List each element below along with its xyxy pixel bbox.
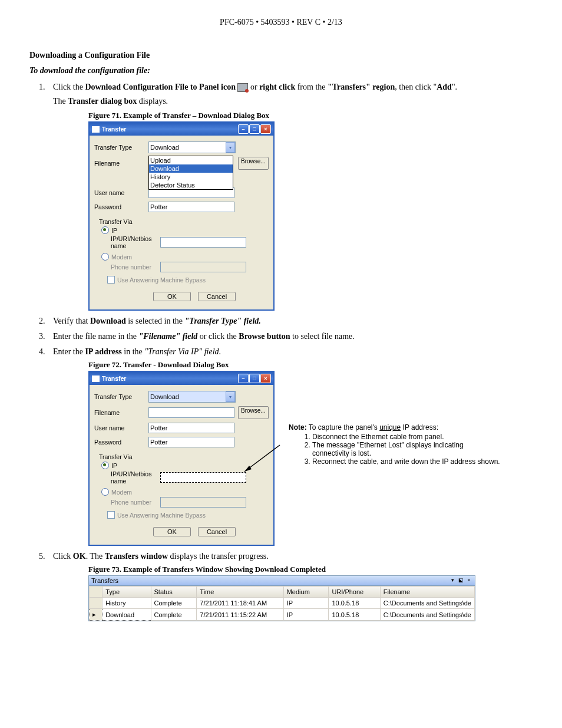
bypass-label: Use Answering Machine Bypass — [117, 276, 206, 284]
transfers-title-text: Transfers — [91, 577, 118, 584]
transfers-titlebar: Transfers ▾ ⬕ × — [89, 576, 475, 586]
phone-label: Phone number — [103, 263, 160, 271]
radio-modem-label: Modem — [111, 489, 132, 496]
minimize-button[interactable]: – — [238, 124, 249, 134]
ok-button[interactable]: OK — [153, 292, 191, 301]
maximize-button[interactable]: □ — [249, 374, 260, 383]
cell-uri: 10.0.5.18 — [329, 598, 380, 609]
ip-note: Note: To capture the panel's unique IP a… — [289, 423, 501, 473]
transfer-type-select[interactable]: Download ▾ — [148, 141, 236, 153]
cell-medium: IP — [283, 598, 329, 609]
bypass-label: Use Answering Machine Bypass — [117, 512, 206, 519]
phone-label: Phone number — [103, 499, 160, 506]
radio-modem[interactable] — [101, 488, 109, 496]
row-marker: ▸ — [90, 609, 103, 621]
close-button[interactable]: × — [260, 124, 271, 134]
browse-button[interactable]: Browse... — [238, 406, 269, 419]
password-label: Password — [94, 203, 148, 210]
browse-button[interactable]: Browse... — [238, 157, 269, 170]
dialog-title: Transfer — [102, 126, 126, 133]
transfer-type-label: Transfer Type — [94, 393, 148, 400]
filename-label: Filename — [94, 160, 148, 167]
table-row[interactable]: History Complete 7/21/2011 11:18:41 AM I… — [90, 598, 475, 609]
radio-ip[interactable] — [101, 462, 109, 469]
cancel-button[interactable]: Cancel — [198, 527, 236, 536]
maximize-button[interactable]: □ — [249, 124, 260, 134]
dropdown-icon[interactable]: ▾ — [449, 577, 456, 584]
username-input[interactable] — [148, 423, 234, 433]
bypass-checkbox[interactable] — [107, 276, 115, 284]
close-icon[interactable]: × — [465, 577, 472, 584]
col-status[interactable]: Status — [151, 587, 197, 598]
phone-input[interactable] — [160, 262, 246, 272]
titlebar: Transfer – □ × — [90, 123, 273, 136]
transfers-table: Type Status Time Medium URI/Phone Filena… — [89, 586, 475, 621]
dropdown-upload[interactable]: Upload — [149, 156, 233, 164]
computer-icon — [237, 83, 248, 92]
row-marker-header — [90, 587, 103, 598]
radio-ip-label: IP — [111, 227, 117, 234]
ip-field-label: IP/URI/Netbios name — [103, 470, 160, 485]
note-item: Disconnect the Ethernet cable from panel… — [312, 433, 501, 441]
row-marker — [90, 598, 103, 609]
filename-label: Filename — [94, 409, 148, 416]
transfer-via-label: Transfer Via — [99, 453, 269, 460]
cell-filename: C:\Documents and Settings\de — [380, 598, 474, 609]
col-filename[interactable]: Filename — [380, 587, 474, 598]
col-type[interactable]: Type — [103, 587, 151, 598]
table-row[interactable]: ▸ Download Complete 7/21/2011 11:15:22 A… — [90, 609, 475, 621]
minimize-button[interactable]: – — [238, 374, 249, 383]
figure-71-caption: Figure 71. Example of Transfer – Downloa… — [88, 111, 533, 120]
step-1: Click the Download Configuration File to… — [47, 83, 533, 311]
username-label: User name — [94, 424, 148, 431]
password-input[interactable] — [148, 202, 234, 212]
transfers-window: Transfers ▾ ⬕ × Type Status Time Medium … — [88, 575, 475, 621]
pin-icon[interactable]: ⬕ — [457, 577, 464, 584]
cancel-button[interactable]: Cancel — [198, 292, 236, 301]
dialog-title: Transfer — [102, 375, 126, 382]
filename-input[interactable] — [148, 407, 234, 418]
step-2: Verify that Download is selected in the … — [47, 317, 533, 326]
transfer-via-label: Transfer Via — [99, 218, 269, 225]
radio-ip-label: IP — [111, 462, 117, 469]
sub-instruction: To download the configuration file: — [29, 66, 533, 75]
radio-ip[interactable] — [101, 226, 109, 234]
dropdown-download[interactable]: Download — [149, 164, 233, 173]
dropdown-history[interactable]: History — [149, 173, 233, 181]
transfer-type-select[interactable]: Download ▾ — [148, 391, 236, 403]
col-uri[interactable]: URI/Phone — [329, 587, 380, 598]
cell-filename: C:\Documents and Settings\de — [380, 609, 474, 621]
chevron-down-icon[interactable]: ▾ — [226, 142, 235, 153]
ok-button[interactable]: OK — [153, 527, 191, 536]
section-title: Downloading a Configuration File — [29, 51, 533, 60]
transfer-type-dropdown[interactable]: Upload Download History Detector Status — [148, 156, 233, 190]
username-label: User name — [94, 189, 148, 196]
transfer-dialog-fig72: Transfer – □ × Transfer Type Download ▾ — [88, 371, 275, 546]
dropdown-detector-status[interactable]: Detector Status — [149, 181, 233, 189]
ip-input[interactable] — [160, 237, 246, 248]
app-icon — [92, 375, 100, 382]
note-item: Reconnect the cable, and write down the … — [312, 457, 501, 466]
radio-modem-label: Modem — [111, 253, 132, 261]
phone-input[interactable] — [160, 497, 246, 508]
chevron-down-icon[interactable]: ▾ — [226, 391, 235, 402]
transfer-dialog-fig71: Transfer – □ × Transfer Type Download ▾ — [88, 121, 275, 311]
figure-72-caption: Figure 72. Transfer - Download Dialog Bo… — [88, 360, 533, 370]
titlebar: Transfer – □ × — [90, 372, 273, 385]
col-time[interactable]: Time — [197, 587, 283, 598]
step-5: Click OK. The Transfers window displays … — [47, 552, 533, 621]
bypass-checkbox[interactable] — [107, 511, 115, 519]
ip-field-label: IP/URI/Netbios name — [103, 235, 160, 249]
radio-modem[interactable] — [101, 253, 109, 261]
cell-type: History — [103, 598, 151, 609]
cell-type: Download — [103, 609, 151, 621]
password-label: Password — [94, 439, 148, 446]
app-icon — [92, 126, 100, 133]
password-input[interactable] — [148, 437, 234, 447]
page-header: PFC-6075 • 5403593 • REV C • 2/13 — [29, 18, 533, 27]
cell-time: 7/21/2011 11:15:22 AM — [197, 609, 283, 621]
ip-input-highlighted[interactable] — [160, 472, 246, 483]
close-button[interactable]: × — [260, 374, 271, 383]
col-medium[interactable]: Medium — [283, 587, 329, 598]
cell-time: 7/21/2011 11:18:41 AM — [197, 598, 283, 609]
